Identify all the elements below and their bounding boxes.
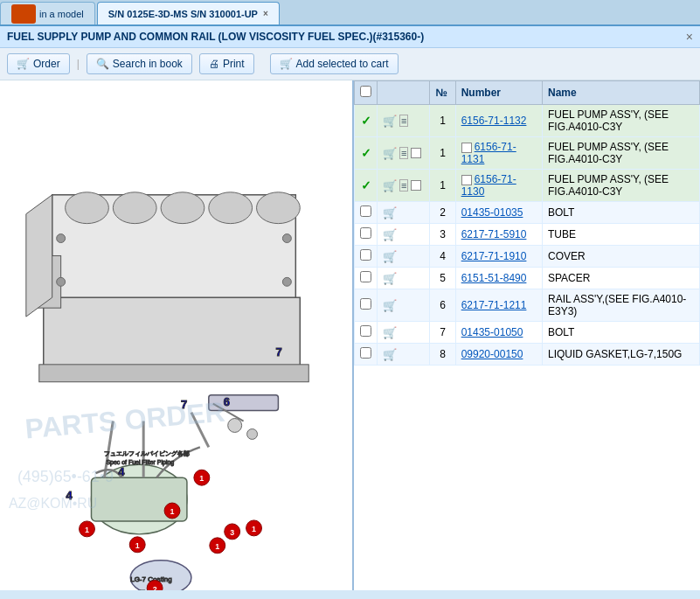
add-to-cart-button[interactable]: 🛒 Add selected to cart [270,53,399,74]
tab-sn[interactable]: S/N 0125E-3D-MS S/N 310001-UP × [97,2,280,24]
svg-point-20 [57,234,66,243]
select-all-checkbox[interactable] [360,86,371,97]
svg-text:1: 1 [85,526,89,534]
part-name-cell: TUBE [543,224,700,246]
svg-text:1: 1 [252,525,256,533]
row-checkbox[interactable] [360,325,371,337]
table-row: 🛒701435-01050BOLT [355,322,700,344]
part-number-link[interactable]: 09920-00150 [461,348,523,360]
table-row: 🛒36217-71-5910TUBE [355,224,700,246]
cart-icon[interactable]: 🛒 [383,348,397,361]
table-row: 🛒201435-01035BOLT [355,202,700,224]
row-checkbox[interactable] [360,271,371,282]
number-prefix-checkbox [461,175,472,185]
order-label: Order [33,58,60,70]
icon-cell: 🛒 [378,268,430,289]
cart-icon[interactable]: 🛒 [383,228,397,241]
part-number-cell: 6156-71-1132 [455,105,542,137]
icon-cell: 🛒 [378,224,430,246]
icon-cell: 🛒≡ [378,170,430,202]
print-button[interactable]: 🖨 Print [199,53,254,74]
checkbox-icon [411,180,421,191]
part-number-link[interactable]: 6217-71-5910 [461,228,527,240]
tab-close-icon[interactable]: × [263,9,268,18]
cart-icon[interactable]: 🛒 [383,250,397,263]
icon-cell: 🛒 [378,289,430,322]
svg-point-2 [66,192,109,224]
row-checkbox[interactable] [360,347,371,359]
cart-icon[interactable]: 🛒 [383,299,397,312]
icon-cell: 🛒 [378,202,430,224]
icon-cell: 🛒≡ [378,105,430,137]
svg-text:6: 6 [224,395,230,408]
row-checkbox[interactable] [360,227,371,239]
quantity-cell: 8 [430,344,455,366]
quantity-cell: 5 [430,268,455,289]
svg-text:1: 1 [170,507,175,516]
part-number-link[interactable]: 6217-71-1211 [461,299,527,311]
parts-table: № Number Name ✓🛒≡16156-71-1132FUEL PUMP … [354,80,700,366]
cart-icon[interactable]: 🛒 [383,206,397,219]
title-bar: FUEL SUPPLY PUMP AND COMMON RAIL (LOW VI… [0,26,700,48]
list-icon[interactable]: ≡ [399,115,408,127]
cart-label: Add selected to cart [296,58,389,70]
header-name: Name [543,81,700,105]
title-close-button[interactable]: × [686,30,693,44]
header-check [355,81,378,105]
svg-point-21 [282,234,291,243]
part-number-cell: 6156-71-1131 [455,137,542,170]
svg-text:1: 1 [135,541,140,550]
part-name-cell: FUEL PUMP ASS'Y, (SEE FIG.A4010-C3Y [543,170,700,202]
cart-icon[interactable]: 🛒 [383,326,397,339]
part-name-cell: BOLT [543,322,700,344]
header-icons [378,81,430,105]
table-row: 🛒56151-51-8490SPACER [355,268,700,289]
tab-model[interactable]: in a model [0,2,95,24]
part-number-link[interactable]: 6156-71-1132 [461,115,527,127]
quantity-cell: 3 [430,224,455,246]
part-number-cell: 6217-71-1211 [455,289,542,322]
cart-icon[interactable]: 🛒 [383,272,397,285]
svg-text:(495)65•-61•9: (495)65•-61•9 [17,468,114,485]
list-icon[interactable]: ≡ [399,147,408,159]
svg-point-4 [161,192,204,224]
icon-cell: 🛒 [378,344,430,366]
main-content: LG-7 Coating フュエルフィルパイピング各部 Spec of Fuel… [0,80,700,590]
svg-point-23 [282,277,291,286]
part-number-link[interactable]: 6151-51-8490 [461,272,527,284]
order-button[interactable]: 🛒 Order [7,53,70,74]
list-icon[interactable]: ≡ [399,179,408,192]
row-checkbox[interactable] [360,205,371,217]
toolbar: 🛒 Order | 🔍 Search in book 🖨 Print 🛒 Add… [0,48,700,80]
search-book-button[interactable]: 🔍 Search in book [87,53,192,74]
svg-text:4: 4 [118,465,125,478]
tab-bar: in a model S/N 0125E-3D-MS S/N 310001-UP… [0,0,700,26]
svg-point-19 [247,428,258,439]
header-number: Number [455,81,542,105]
order-icon: 🛒 [17,58,30,70]
part-number-cell: 01435-01050 [455,322,542,344]
part-name-cell: FUEL PUMP ASS'Y, (SEE FIG.A4010-C3Y [543,105,700,137]
part-number-link[interactable]: 01435-01050 [461,326,523,338]
svg-text:フュエルフィルパイピング各部: フュエルフィルパイピング各部 [104,450,190,456]
table-row: ✓🛒≡16156-71-1131FUEL PUMP ASS'Y, (SEE FI… [355,137,700,170]
row-checkbox[interactable] [360,249,371,261]
svg-text:5: 5 [139,588,145,590]
page-title: FUEL SUPPLY PUMP AND COMMON RAIL (LOW VI… [7,31,424,43]
checkbox-icon [411,148,421,158]
cart-icon[interactable]: 🛒 [383,179,397,192]
tab-model-label: in a model [39,9,84,19]
cart-icon[interactable]: 🛒 [383,115,397,128]
print-icon: 🖨 [209,58,219,70]
svg-text:AZ@KOM•RU: AZ@KOM•RU [9,496,97,511]
part-name-cell: COVER [543,246,700,268]
quantity-cell: 1 [430,170,455,202]
icon-cell: 🛒 [378,246,430,268]
cart-icon[interactable]: 🛒 [383,147,397,160]
svg-point-5 [209,192,253,224]
row-checkbox[interactable] [360,298,371,310]
part-number-link[interactable]: 6217-71-1910 [461,250,527,262]
part-number-cell: 6217-71-1910 [455,246,542,268]
svg-rect-10 [39,365,308,382]
part-number-link[interactable]: 01435-01035 [461,206,523,219]
